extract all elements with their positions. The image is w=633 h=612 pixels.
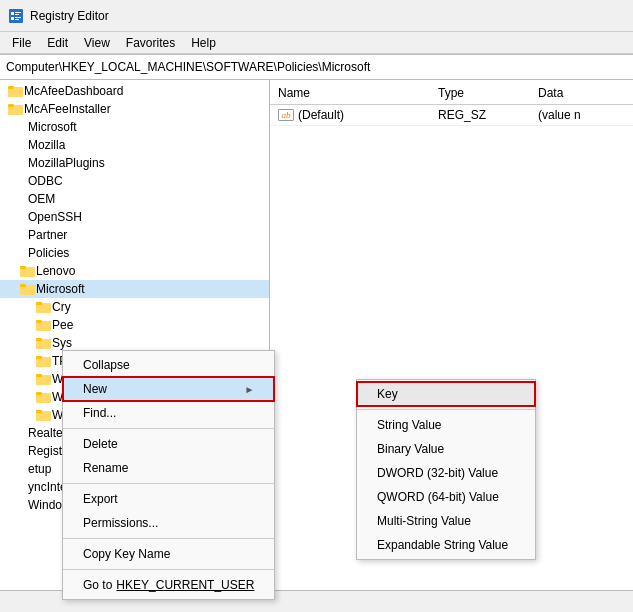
tree-item[interactable]: Mozilla (0, 136, 269, 154)
svg-rect-12 (20, 266, 26, 269)
svg-rect-14 (20, 284, 26, 287)
svg-rect-16 (36, 302, 42, 305)
separator (63, 569, 274, 570)
main-area: McAfeeDashboard McAFeeInstaller Microsof… (0, 80, 633, 590)
context-menu-permissions[interactable]: Permissions... (63, 511, 274, 535)
tree-item[interactable]: Lenovo (0, 262, 269, 280)
context-menu-find[interactable]: Find... (63, 401, 274, 425)
ab-icon: ab (278, 109, 294, 121)
menu-favorites[interactable]: Favorites (118, 34, 183, 52)
svg-rect-18 (36, 320, 42, 323)
svg-rect-28 (36, 410, 42, 413)
app-icon (8, 8, 24, 24)
tree-item[interactable]: Partner (0, 226, 269, 244)
separator (63, 483, 274, 484)
tree-item[interactable]: OpenSSH (0, 208, 269, 226)
data-row: ab (Default) REG_SZ (value n (270, 105, 633, 126)
context-menu-goto-hkcu[interactable]: Go to HKEY_CURRENT_USER (63, 573, 274, 597)
submenu-binary-value[interactable]: Binary Value (357, 437, 535, 461)
svg-rect-26 (36, 392, 42, 395)
new-submenu: Key String Value Binary Value DWORD (32-… (356, 379, 536, 560)
svg-rect-2 (15, 12, 21, 13)
context-menu-copy-key-name[interactable]: Copy Key Name (63, 542, 274, 566)
tree-item[interactable]: McAFeeInstaller (0, 100, 269, 118)
title-text: Registry Editor (30, 9, 109, 23)
svg-rect-4 (11, 17, 14, 20)
submenu-key[interactable]: Key (357, 382, 535, 406)
context-menu-rename[interactable]: Rename (63, 456, 274, 480)
context-menu-delete[interactable]: Delete (63, 432, 274, 456)
tree-item[interactable]: McAfeeDashboard (0, 82, 269, 100)
menu-help[interactable]: Help (183, 34, 224, 52)
svg-rect-24 (36, 374, 42, 377)
svg-rect-1 (11, 12, 14, 15)
column-headers: Name Type Data (270, 82, 633, 105)
submenu-dword-value[interactable]: DWORD (32-bit) Value (357, 461, 535, 485)
submenu-arrow-icon: ► (244, 384, 254, 395)
separator (63, 538, 274, 539)
tree-item[interactable]: Pee (0, 316, 269, 334)
submenu-multi-string-value[interactable]: Multi-String Value (357, 509, 535, 533)
tree-item-microsoft[interactable]: Microsoft (0, 280, 269, 298)
menu-edit[interactable]: Edit (39, 34, 76, 52)
svg-rect-6 (15, 19, 19, 20)
menu-view[interactable]: View (76, 34, 118, 52)
tree-item[interactable]: Policies (0, 244, 269, 262)
address-path: Computer\HKEY_LOCAL_MACHINE\SOFTWARE\Pol… (6, 60, 370, 74)
submenu-qword-value[interactable]: QWORD (64-bit) Value (357, 485, 535, 509)
separator (63, 428, 274, 429)
context-menu-new[interactable]: New ► (63, 377, 274, 401)
col-header-type: Type (430, 84, 530, 102)
svg-rect-22 (36, 356, 42, 359)
svg-rect-8 (8, 86, 14, 89)
data-name-cell: ab (Default) (270, 108, 430, 122)
tree-item[interactable]: OEM (0, 190, 269, 208)
data-type-cell: REG_SZ (430, 108, 530, 122)
tree-item[interactable]: MozillaPlugins (0, 154, 269, 172)
submenu-expandable-string-value[interactable]: Expandable String Value (357, 533, 535, 557)
col-header-name: Name (270, 84, 430, 102)
col-header-data: Data (530, 84, 633, 102)
submenu-string-value[interactable]: String Value (357, 413, 535, 437)
svg-rect-10 (8, 104, 14, 107)
separator (357, 409, 535, 410)
svg-rect-0 (9, 9, 23, 23)
menu-file[interactable]: File (4, 34, 39, 52)
tree-item[interactable]: ODBC (0, 172, 269, 190)
tree-item[interactable]: Microsoft (0, 118, 269, 136)
menu-bar: File Edit View Favorites Help (0, 32, 633, 54)
tree-item[interactable]: Cry (0, 298, 269, 316)
svg-rect-3 (15, 14, 19, 15)
context-menu-collapse[interactable]: Collapse (63, 353, 274, 377)
address-bar: Computer\HKEY_LOCAL_MACHINE\SOFTWARE\Pol… (0, 54, 633, 80)
svg-rect-5 (15, 17, 21, 18)
data-data-cell: (value n (530, 108, 633, 122)
title-bar: Registry Editor (0, 0, 633, 32)
context-menu: Collapse New ► Find... Delete Rename Exp… (62, 350, 275, 600)
context-menu-export[interactable]: Export (63, 487, 274, 511)
svg-rect-20 (36, 338, 42, 341)
